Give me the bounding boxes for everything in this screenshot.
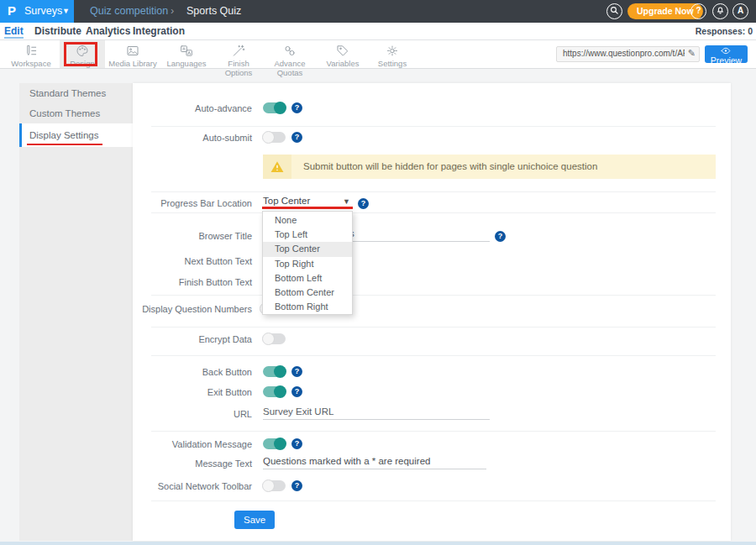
toolbar-item-workspace[interactable]: Workspace [6,40,56,68]
encrypt-data-label: Encrypt Data [118,334,252,344]
advance-quotas-icon [281,44,298,58]
bell-icon [716,6,725,15]
exit-button-label: Exit Button [118,387,252,397]
divider [151,327,716,328]
bottom-edge-strip [0,542,756,545]
divider [151,212,716,213]
sidebar-item-custom-themes[interactable]: Custom Themes [19,103,133,123]
tab-edit[interactable]: Edit [4,25,24,37]
exit-button-help-icon[interactable]: ? [291,386,302,397]
annotation-red-box-design [64,42,97,66]
design-sidebar: Standard Themes Custom Themes Display Se… [19,83,133,541]
survey-url-input[interactable] [561,48,686,59]
annotation-red-underline-select [262,207,353,209]
social-network-toolbar-toggle[interactable] [263,480,286,491]
toolbar-item-advance-quotas[interactable]: Advance Quotas [265,40,315,77]
questionpro-logo: P [8,3,16,18]
responses-count: Responses: 0 [696,26,753,36]
progress-bar-help-icon[interactable]: ? [358,198,369,209]
questionpro-app: P Surveys ▼ Quiz competition › Sports Qu… [0,0,756,545]
social-network-toolbar-label: Social Network Toolbar [118,481,252,491]
dropdown-option-top-center[interactable]: Top Center [263,242,352,256]
back-button-label: Back Button [118,367,252,377]
next-button-text-label: Next Button Text [118,256,252,266]
tab-analytics[interactable]: Analytics [86,25,130,37]
toolbar-item-finish-options[interactable]: Finish Options [213,40,264,77]
finish-options-wand-icon [230,44,247,58]
divider [151,500,716,501]
active-tab-underline [4,37,24,39]
divider [151,355,716,356]
notifications-button[interactable] [712,3,728,19]
divider [151,126,716,127]
annotation-red-underline-display-settings [27,144,102,145]
survey-url-box: ✎ [556,46,700,62]
breadcrumb-parent[interactable]: Quiz competition [90,0,168,23]
auto-submit-toggle[interactable] [263,132,286,143]
warning-triangle-icon [270,160,285,174]
top-bar: P Surveys ▼ Quiz competition › Sports Qu… [0,0,756,23]
warning-banner: Submit button will be hidden for pages w… [263,155,716,179]
social-network-toolbar-help-icon[interactable]: ? [291,480,302,491]
dropdown-option-bottom-center[interactable]: Bottom Center [263,286,352,300]
languages-icon [178,44,195,58]
sidebar-item-standard-themes[interactable]: Standard Themes [19,83,133,103]
auto-advance-help-icon[interactable]: ? [291,102,302,113]
select-caret-icon: ▼ [343,197,350,206]
progress-bar-location-label: Progress Bar Location [118,198,252,208]
preview-button[interactable]: Preview [705,45,748,63]
breadcrumb-separator: › [171,0,174,23]
warning-text: Submit button will be hidden for pages w… [303,155,597,179]
progress-bar-location-dropdown: None Top Left Top Center Top Right Botto… [262,211,353,315]
toolbar-item-variables[interactable]: Variables [318,40,368,68]
browser-title-help-icon[interactable]: ? [495,231,506,242]
message-text-input[interactable] [263,456,486,469]
exit-url-label: URL [118,409,252,419]
finish-button-text-label: Finish Button Text [118,277,252,287]
toolbar-item-languages[interactable]: Languages [161,40,212,68]
variables-tag-icon [334,44,351,58]
divider [151,295,716,296]
search-button[interactable] [606,3,622,19]
workspace-icon [23,44,39,58]
search-icon [610,6,619,15]
settings-gear-icon [384,44,401,58]
tab-distribute[interactable]: Distribute [34,25,81,37]
divider [151,191,716,192]
message-text-label: Message Text [118,459,252,469]
divider [151,431,716,432]
auto-submit-help-icon[interactable]: ? [291,132,302,143]
dropdown-option-bottom-right[interactable]: Bottom Right [263,300,352,314]
validation-message-toggle[interactable] [263,438,286,449]
tab-integration[interactable]: Integration [133,25,185,37]
exit-url-input[interactable] [263,406,490,420]
auto-advance-toggle[interactable] [263,102,286,113]
exit-button-toggle[interactable] [263,386,286,397]
dropdown-option-top-right[interactable]: Top Right [263,257,352,271]
dropdown-option-none[interactable]: None [263,213,352,228]
back-button-help-icon[interactable]: ? [291,366,302,377]
toolbar-item-media-library[interactable]: Media Library [108,40,158,68]
edit-url-pencil-icon[interactable]: ✎ [688,48,696,59]
avatar[interactable]: A [732,3,748,19]
dropdown-option-bottom-left[interactable]: Bottom Left [263,271,352,286]
back-button-toggle[interactable] [263,366,286,377]
validation-message-label: Validation Message [118,439,252,449]
media-library-icon [124,44,141,58]
help-button[interactable]: ? [690,3,706,19]
validation-message-help-icon[interactable]: ? [291,438,302,449]
survey-nav: Edit Distribute Analytics Integration Re… [0,23,756,40]
surveys-menu[interactable]: P Surveys ▼ [0,0,74,23]
dropdown-option-top-left[interactable]: Top Left [263,228,352,242]
auto-advance-label: Auto-advance [118,103,252,113]
display-question-numbers-label: Display Question Numbers [118,304,252,314]
eye-icon [721,47,731,55]
chevron-down-icon: ▼ [62,7,70,15]
encrypt-data-toggle[interactable] [263,333,286,344]
product-label: Surveys [24,5,62,17]
browser-title-label: Browser Title [118,231,252,241]
toolbar-item-settings[interactable]: Settings [367,40,417,68]
auto-submit-label: Auto-submit [118,133,252,143]
edit-toolbar: Workspace Design Media Library Languages… [0,40,756,69]
save-button[interactable]: Save [234,511,275,529]
